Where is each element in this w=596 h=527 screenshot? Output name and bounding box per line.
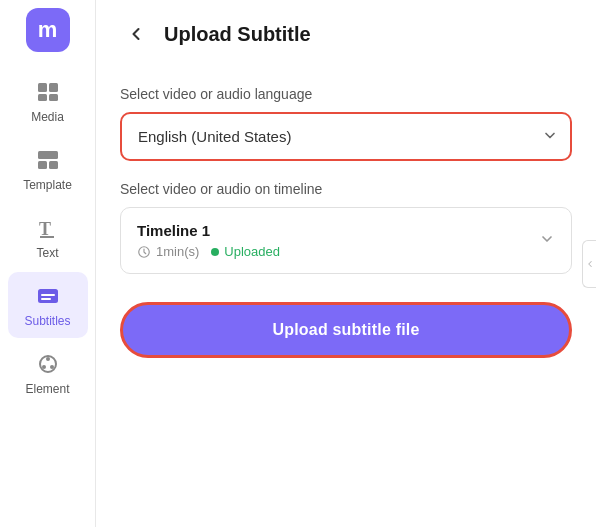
status-text: Uploaded: [224, 244, 280, 259]
language-select-wrapper: English (United States) English (United …: [120, 112, 572, 161]
sidebar-item-subtitles[interactable]: Subtitles: [8, 272, 88, 338]
svg-point-15: [50, 365, 54, 369]
sidebar-item-element[interactable]: Element: [8, 340, 88, 406]
svg-point-14: [42, 365, 46, 369]
media-icon: [34, 78, 62, 106]
svg-rect-1: [49, 83, 58, 92]
svg-rect-5: [38, 161, 47, 169]
main-content: Upload Subtitle Select video or audio la…: [96, 0, 596, 527]
timeline-info: Timeline 1 1min(s) Uploaded: [137, 222, 280, 259]
sidebar: m Media Template T: [0, 0, 96, 527]
clock-icon: [137, 245, 151, 259]
page-header: Upload Subtitle: [120, 0, 572, 66]
collapse-panel-button[interactable]: [582, 240, 596, 288]
timeline-card[interactable]: Timeline 1 1min(s) Uploaded: [120, 207, 572, 274]
sidebar-item-element-label: Element: [25, 382, 69, 396]
svg-point-13: [46, 357, 50, 361]
status-dot: [211, 248, 219, 256]
text-icon: T: [34, 214, 62, 242]
svg-rect-11: [41, 298, 51, 300]
svg-rect-2: [38, 94, 47, 101]
sidebar-item-media[interactable]: Media: [8, 68, 88, 134]
svg-rect-0: [38, 83, 47, 92]
back-button[interactable]: [120, 18, 152, 50]
sidebar-item-text-label: Text: [36, 246, 58, 260]
timeline-duration: 1min(s): [156, 244, 199, 259]
subtitles-icon: [34, 282, 62, 310]
element-icon: [34, 350, 62, 378]
uploaded-badge: Uploaded: [211, 244, 280, 259]
language-label: Select video or audio language: [120, 86, 572, 102]
sidebar-item-subtitles-label: Subtitles: [24, 314, 70, 328]
template-icon: [34, 146, 62, 174]
svg-rect-6: [49, 161, 58, 169]
sidebar-item-template[interactable]: Template: [8, 136, 88, 202]
sidebar-item-media-label: Media: [31, 110, 64, 124]
sidebar-item-template-label: Template: [23, 178, 72, 192]
timeline-chevron-icon: [539, 231, 555, 250]
timeline-duration-wrapper: 1min(s): [137, 244, 199, 259]
language-select[interactable]: English (United States) English (United …: [120, 112, 572, 161]
svg-rect-4: [38, 151, 58, 159]
upload-subtitle-button[interactable]: Upload subtitle file: [120, 302, 572, 358]
app-logo[interactable]: m: [26, 8, 70, 52]
page-title: Upload Subtitle: [164, 23, 311, 46]
timeline-title: Timeline 1: [137, 222, 280, 239]
svg-rect-10: [41, 294, 55, 296]
logo-icon: m: [38, 17, 58, 43]
timeline-label: Select video or audio on timeline: [120, 181, 572, 197]
sidebar-item-text[interactable]: T Text: [8, 204, 88, 270]
timeline-meta: 1min(s) Uploaded: [137, 244, 280, 259]
svg-rect-3: [49, 94, 58, 101]
